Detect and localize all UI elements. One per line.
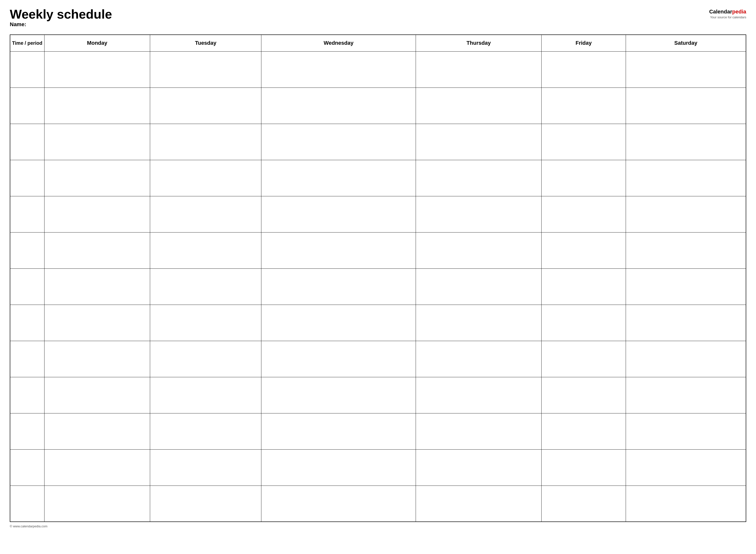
table-cell[interactable] (44, 304, 150, 341)
table-cell[interactable] (10, 449, 44, 486)
table-cell[interactable] (10, 413, 44, 449)
table-cell[interactable] (626, 196, 746, 232)
table-cell[interactable] (10, 124, 44, 160)
table-cell[interactable] (416, 160, 542, 196)
table-cell[interactable] (44, 160, 150, 196)
table-cell[interactable] (261, 196, 416, 232)
table-cell[interactable] (416, 341, 542, 377)
table-cell[interactable] (10, 232, 44, 268)
table-cell[interactable] (261, 413, 416, 449)
table-cell[interactable] (150, 304, 261, 341)
table-cell[interactable] (44, 124, 150, 160)
table-cell[interactable] (416, 51, 542, 88)
table-cell[interactable] (542, 486, 626, 522)
table-cell[interactable] (10, 196, 44, 232)
table-cell[interactable] (626, 413, 746, 449)
table-cell[interactable] (626, 377, 746, 413)
table-cell[interactable] (261, 486, 416, 522)
table-cell[interactable] (542, 88, 626, 124)
table-cell[interactable] (10, 160, 44, 196)
table-cell[interactable] (150, 449, 261, 486)
table-cell[interactable] (626, 160, 746, 196)
table-cell[interactable] (416, 196, 542, 232)
table-row (10, 486, 746, 522)
table-cell[interactable] (44, 196, 150, 232)
table-cell[interactable] (542, 51, 626, 88)
table-cell[interactable] (416, 486, 542, 522)
table-cell[interactable] (10, 51, 44, 88)
table-cell[interactable] (10, 341, 44, 377)
table-cell[interactable] (261, 51, 416, 88)
table-cell[interactable] (150, 124, 261, 160)
table-cell[interactable] (416, 413, 542, 449)
table-cell[interactable] (150, 341, 261, 377)
table-cell[interactable] (150, 268, 261, 304)
name-label: Name: (10, 21, 112, 27)
table-cell[interactable] (44, 232, 150, 268)
table-cell[interactable] (261, 88, 416, 124)
table-cell[interactable] (261, 377, 416, 413)
table-cell[interactable] (261, 124, 416, 160)
table-cell[interactable] (261, 160, 416, 196)
table-cell[interactable] (416, 124, 542, 160)
table-cell[interactable] (150, 377, 261, 413)
table-cell[interactable] (542, 268, 626, 304)
table-cell[interactable] (542, 341, 626, 377)
logo-pedia: pedia (732, 9, 746, 15)
table-cell[interactable] (261, 232, 416, 268)
table-cell[interactable] (44, 341, 150, 377)
table-cell[interactable] (10, 304, 44, 341)
table-cell[interactable] (150, 232, 261, 268)
table-cell[interactable] (626, 124, 746, 160)
table-cell[interactable] (44, 88, 150, 124)
table-cell[interactable] (542, 196, 626, 232)
table-cell[interactable] (416, 377, 542, 413)
table-cell[interactable] (44, 486, 150, 522)
schedule-table: Time / period Monday Tuesday Wednesday T… (10, 35, 746, 522)
table-cell[interactable] (542, 304, 626, 341)
table-cell[interactable] (626, 486, 746, 522)
table-cell[interactable] (542, 160, 626, 196)
table-cell[interactable] (626, 304, 746, 341)
table-cell[interactable] (10, 88, 44, 124)
logo: Calendarpedia Your source for calendars (709, 9, 746, 19)
table-cell[interactable] (416, 449, 542, 486)
table-cell[interactable] (150, 88, 261, 124)
table-cell[interactable] (150, 486, 261, 522)
table-cell[interactable] (542, 413, 626, 449)
table-cell[interactable] (416, 232, 542, 268)
table-cell[interactable] (261, 341, 416, 377)
table-cell[interactable] (44, 377, 150, 413)
table-cell[interactable] (150, 160, 261, 196)
table-cell[interactable] (626, 449, 746, 486)
table-cell[interactable] (542, 124, 626, 160)
table-cell[interactable] (44, 413, 150, 449)
table-cell[interactable] (416, 268, 542, 304)
table-cell[interactable] (626, 341, 746, 377)
page-header: Weekly schedule Name: Calendarpedia Your… (10, 7, 746, 32)
table-cell[interactable] (416, 304, 542, 341)
table-cell[interactable] (44, 51, 150, 88)
table-cell[interactable] (150, 196, 261, 232)
table-cell[interactable] (44, 268, 150, 304)
table-cell[interactable] (626, 232, 746, 268)
table-cell[interactable] (542, 377, 626, 413)
table-cell[interactable] (626, 268, 746, 304)
logo-calendar: Calendar (709, 9, 732, 15)
table-cell[interactable] (542, 449, 626, 486)
table-cell[interactable] (10, 486, 44, 522)
table-cell[interactable] (416, 88, 542, 124)
table-cell[interactable] (626, 88, 746, 124)
table-cell[interactable] (150, 51, 261, 88)
table-cell[interactable] (44, 449, 150, 486)
table-cell[interactable] (261, 268, 416, 304)
table-cell[interactable] (626, 51, 746, 88)
table-cell[interactable] (261, 304, 416, 341)
table-cell[interactable] (150, 413, 261, 449)
table-cell[interactable] (10, 268, 44, 304)
table-cell[interactable] (542, 232, 626, 268)
table-cell[interactable] (261, 449, 416, 486)
table-cell[interactable] (10, 377, 44, 413)
table-row (10, 449, 746, 486)
col-header-saturday: Saturday (626, 35, 746, 51)
